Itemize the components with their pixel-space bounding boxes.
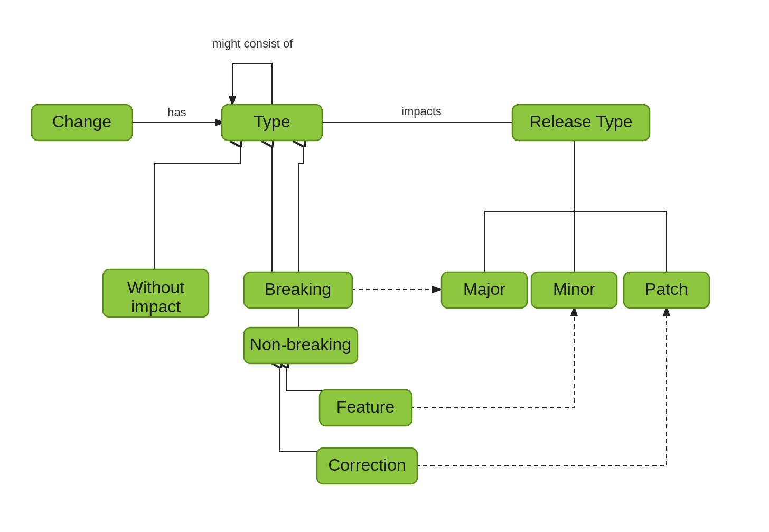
- correction-to-patch-dashed: [416, 306, 667, 466]
- feature-label: Feature: [336, 397, 395, 416]
- patch-label: Patch: [645, 279, 688, 298]
- impacts-label: impacts: [401, 105, 442, 118]
- might-consist-of-label: might consist of: [212, 37, 294, 50]
- change-label: Change: [52, 112, 111, 131]
- minor-label: Minor: [553, 279, 595, 298]
- has-label: has: [167, 106, 186, 119]
- withoutimpact-label: Without: [127, 278, 185, 297]
- withoutimpact-label2: impact: [131, 297, 181, 316]
- correction-label: Correction: [328, 455, 406, 474]
- type-label: Type: [254, 112, 290, 131]
- nonbreaking-label: Non-breaking: [250, 335, 351, 354]
- self-loop-arrow: [232, 63, 272, 106]
- major-label: Major: [463, 279, 505, 298]
- feature-to-minor-dashed: [409, 306, 574, 408]
- releasetype-label: Release Type: [529, 112, 632, 131]
- breaking-label: Breaking: [265, 279, 331, 298]
